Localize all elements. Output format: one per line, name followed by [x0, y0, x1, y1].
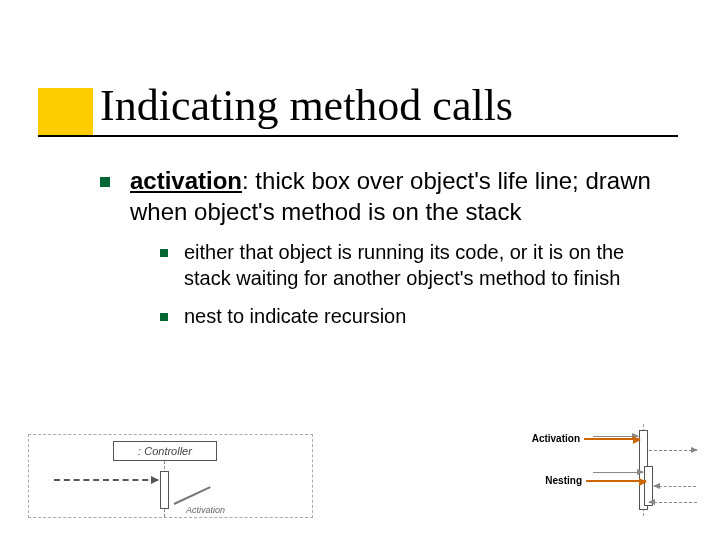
callout-activation: Activation [532, 433, 580, 444]
sub-bullet-row: either that object is running its code, … [160, 239, 670, 291]
uml-object-box: : Controller [113, 441, 217, 461]
callout-arrow-icon [586, 480, 646, 482]
uml-message-arrow [593, 472, 643, 473]
callout-arrow-icon [584, 438, 640, 440]
page-title: Indicating method calls [100, 80, 513, 131]
accent-block [38, 88, 93, 136]
bullet-icon [100, 177, 110, 187]
uml-activation-box [160, 471, 169, 509]
term: activation [130, 167, 242, 194]
callout-nesting: Nesting [545, 475, 582, 486]
bullet-icon [160, 249, 168, 257]
sub-bullet-text: nest to indicate recursion [184, 303, 406, 329]
sub-bullet-text: either that object is running its code, … [184, 239, 670, 291]
uml-message-arrow [593, 436, 638, 437]
main-bullet-row: activation: thick box over object's life… [100, 165, 670, 227]
diagram-activation: : Controller Activation [28, 434, 313, 518]
uml-return-arrow [654, 486, 696, 487]
content-area: activation: thick box over object's life… [100, 165, 670, 341]
pointer-label: Activation [186, 505, 225, 515]
main-bullet-text: activation: thick box over object's life… [130, 165, 670, 227]
arrow-line-icon [174, 486, 211, 505]
title-underline [38, 135, 678, 137]
uml-return-arrow [649, 502, 697, 503]
bullet-icon [160, 313, 168, 321]
sub-bullet-list: either that object is running its code, … [160, 239, 670, 329]
uml-message-arrow [54, 479, 158, 481]
diagram-pointer: Activation [174, 503, 225, 515]
sub-bullet-row: nest to indicate recursion [160, 303, 670, 329]
uml-return-arrow [649, 450, 697, 451]
